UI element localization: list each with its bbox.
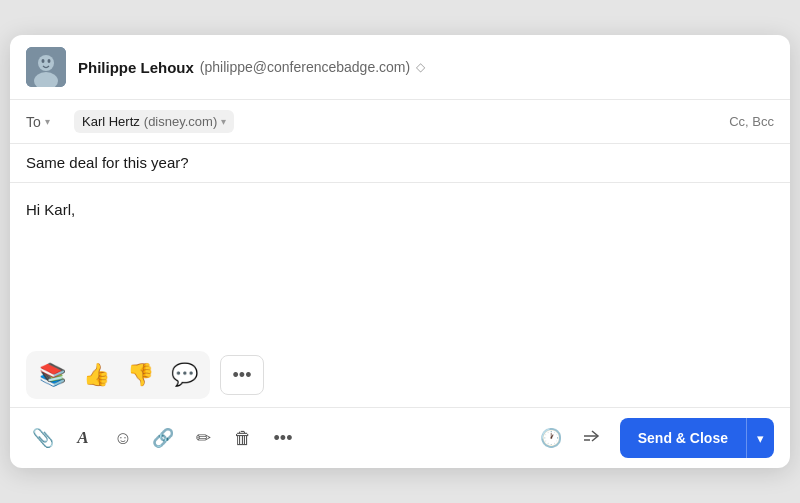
send-close-button[interactable]: Send & Close <box>620 418 746 458</box>
send-history-icon <box>581 426 601 451</box>
sender-email: (philippe@conferencebadge.com) <box>200 59 410 75</box>
emoji-thumbsup-button[interactable]: 👍 <box>74 355 118 395</box>
delete-button[interactable]: 🗑 <box>226 421 260 455</box>
emoji-more-button[interactable]: ••• <box>220 355 264 395</box>
chip-chevron-icon: ▾ <box>221 116 226 127</box>
bottom-toolbar: 📎 A ☺ 🔗 ✏ 🗑 ••• 🕐 <box>10 407 790 468</box>
body-area[interactable]: Hi Karl, <box>10 183 790 343</box>
emoji-books-button[interactable]: 📚 <box>30 355 74 395</box>
to-label: To <box>26 114 41 130</box>
font-icon: A <box>77 428 88 448</box>
svg-point-1 <box>38 55 54 71</box>
emoji-speech-button[interactable]: 💬 <box>162 355 206 395</box>
attachment-button[interactable]: 📎 <box>26 421 60 455</box>
svg-point-4 <box>48 59 51 63</box>
subject-text: Same deal for this year? <box>26 154 189 171</box>
send-dropdown-button[interactable]: ▾ <box>746 418 774 458</box>
sender-info: Philippe Lehoux (philippe@conferencebadg… <box>78 59 774 76</box>
to-label-wrapper: To ▾ <box>26 114 66 130</box>
font-button[interactable]: A <box>66 421 100 455</box>
link-button[interactable]: 🔗 <box>146 421 180 455</box>
send-dropdown-chevron-icon: ▾ <box>757 431 764 446</box>
avatar-image <box>26 47 66 87</box>
recipient-chip[interactable]: Karl Hertz (disney.com) ▾ <box>74 110 234 133</box>
more-dots-icon: ••• <box>233 365 252 386</box>
svg-point-3 <box>42 59 45 63</box>
more-options-icon: ••• <box>274 428 293 449</box>
sender-chevron-icon[interactable]: ◇ <box>416 60 425 74</box>
body-text: Hi Karl, <box>26 199 774 222</box>
avatar <box>26 47 66 87</box>
edit-button[interactable]: ✏ <box>186 421 220 455</box>
delete-icon: 🗑 <box>234 428 252 449</box>
emoji-toolbar: 📚 👍 👎 💬 ••• <box>10 343 790 407</box>
send-history-button[interactable] <box>574 421 608 455</box>
compose-window: Philippe Lehoux (philippe@conferencebadg… <box>10 35 790 468</box>
emoji-picker-icon: ☺ <box>114 428 132 449</box>
cc-bcc-label[interactable]: Cc, Bcc <box>729 114 774 129</box>
attachment-icon: 📎 <box>32 427 54 449</box>
recipient-domain: (disney.com) <box>144 114 217 129</box>
recipient-name: Karl Hertz <box>82 114 140 129</box>
more-options-button[interactable]: ••• <box>266 421 300 455</box>
edit-icon: ✏ <box>196 427 211 449</box>
compose-header: Philippe Lehoux (philippe@conferencebadg… <box>10 35 790 100</box>
to-row: To ▾ Karl Hertz (disney.com) ▾ Cc, Bcc <box>10 100 790 144</box>
emoji-thumbsdown-button[interactable]: 👎 <box>118 355 162 395</box>
sender-name: Philippe Lehoux <box>78 59 194 76</box>
send-button-wrapper: Send & Close ▾ <box>620 418 774 458</box>
emoji-group: 📚 👍 👎 💬 <box>26 351 210 399</box>
to-chevron-icon[interactable]: ▾ <box>45 116 50 127</box>
schedule-button[interactable]: 🕐 <box>534 421 568 455</box>
clock-icon: 🕐 <box>540 427 562 449</box>
subject-row[interactable]: Same deal for this year? <box>10 144 790 183</box>
emoji-picker-button[interactable]: ☺ <box>106 421 140 455</box>
link-icon: 🔗 <box>152 427 174 449</box>
